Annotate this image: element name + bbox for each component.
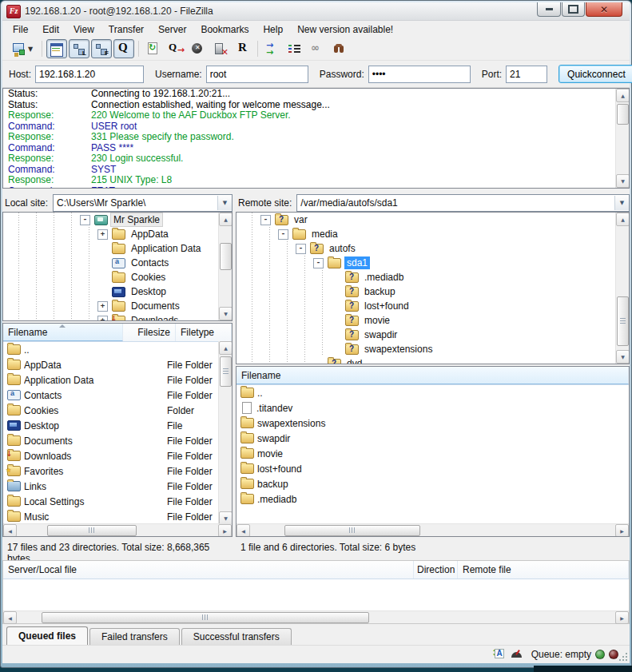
tree-item-contacts[interactable]: Contacts (3, 256, 232, 270)
disconnect-button[interactable] (210, 39, 231, 58)
tree-item-documents[interactable]: +Documents (3, 299, 232, 313)
file-row-swapextensions[interactable]: swapextensions (237, 416, 629, 431)
local-site-combo[interactable]: C:\Users\Mr Sparkle\ ▼ (53, 194, 233, 212)
file-row-backup[interactable]: backup (237, 476, 629, 491)
tree-item-downloads[interactable]: +Downloads (3, 313, 232, 321)
toggle-local-tree-button[interactable] (69, 39, 89, 58)
tree-item-swapextensions[interactable]: swapextensions (237, 342, 629, 356)
tree-item-movie[interactable]: movie (237, 313, 629, 328)
menu-server[interactable]: Server (151, 22, 193, 37)
file-row-swapdir[interactable]: swapdir (237, 431, 629, 446)
directory-comparison-button[interactable] (262, 39, 283, 58)
file-row-parent[interactable]: .. (3, 342, 220, 357)
file-row-links[interactable]: LinksFile Folder (3, 479, 220, 494)
toggle-queue-button[interactable] (113, 39, 134, 58)
local-list-hscrollbar[interactable]: ◀ ▶ (3, 523, 232, 536)
refresh-button[interactable] (143, 39, 164, 58)
collapse-icon[interactable]: - (296, 244, 306, 254)
tree-item-sda1[interactable]: -sda1 (237, 256, 629, 270)
chevron-down-icon[interactable]: ▼ (614, 196, 629, 210)
column-header-filename[interactable]: Filename (237, 367, 629, 384)
password-input[interactable] (368, 66, 471, 83)
tab-failed-transfers[interactable]: Failed transfers (89, 628, 180, 645)
column-header-server-local-file[interactable]: Server/Local file (3, 561, 414, 579)
file-row-titandev[interactable]: .titandev (237, 400, 629, 416)
file-row-cookies[interactable]: CookiesFolder (3, 403, 220, 418)
reconnect-button[interactable] (233, 39, 253, 58)
log-vscrollbar[interactable]: ▲ ▼ (615, 89, 629, 188)
cancel-button[interactable] (188, 39, 209, 58)
close-button[interactable]: ✕ (586, 2, 622, 17)
menu-file[interactable]: File (6, 22, 35, 37)
file-row-music[interactable]: MusicFile Folder (3, 509, 220, 524)
file-row-movie[interactable]: movie (237, 446, 629, 461)
file-row-parent[interactable]: .. (237, 385, 629, 400)
expand-icon[interactable]: + (97, 316, 108, 322)
menu-new-version-available[interactable]: New version available! (290, 22, 400, 37)
collapse-icon[interactable]: - (313, 258, 324, 268)
tree-item-appdata[interactable]: +AppData (3, 227, 232, 241)
file-row-application-data[interactable]: Application DataFile Folder (3, 372, 220, 388)
file-row-contacts[interactable]: ContactsFile Folder (3, 388, 220, 403)
file-row-documents[interactable]: DocumentsFile Folder (3, 433, 220, 448)
transfer-type-icon[interactable] (491, 648, 506, 661)
menu-bookmarks[interactable]: Bookmarks (193, 22, 256, 37)
tree-item-mediadb[interactable]: .mediadb (237, 270, 629, 284)
remote-list-hscrollbar[interactable]: ◀ ▶ (237, 523, 629, 536)
menu-help[interactable]: Help (256, 22, 290, 37)
resize-grip[interactable] (618, 652, 628, 662)
tree-item-autofs[interactable]: -autofs (237, 241, 629, 256)
tab-successful-transfers[interactable]: Successful transfers (181, 628, 292, 645)
file-row-mediadb[interactable]: .mediadb (237, 491, 629, 507)
remote-site-combo[interactable]: /var/media/autofs/sda1 ▼ (296, 194, 630, 212)
tree-item-dvd[interactable]: dvd (237, 356, 629, 364)
port-input[interactable] (506, 66, 547, 83)
toggle-message-log-button[interactable] (46, 39, 67, 58)
speed-limits-icon[interactable] (511, 649, 523, 660)
tree-item-backup[interactable]: backup (237, 284, 629, 299)
host-input[interactable] (35, 66, 144, 83)
process-queue-button[interactable] (165, 39, 186, 58)
tree-item-swapdir[interactable]: swapdir (237, 328, 629, 342)
collapse-icon[interactable]: - (260, 215, 271, 225)
queue-hscrollbar[interactable]: ◀ ▶ (3, 610, 629, 623)
file-row-local-settings[interactable]: Local SettingsFile Folder (3, 494, 220, 509)
expand-icon[interactable]: + (97, 229, 108, 240)
filelist-filter-button[interactable] (307, 39, 328, 58)
menu-transfer[interactable]: Transfer (101, 22, 151, 37)
synchronized-browsing-button[interactable] (284, 39, 305, 58)
quickconnect-button[interactable]: Quickconnect (558, 65, 632, 83)
file-row-downloads[interactable]: DownloadsFile Folder (3, 448, 220, 463)
column-header-remote-file[interactable]: Remote file (458, 561, 629, 579)
tree-item-media[interactable]: -media (237, 227, 629, 241)
tree-item-lost-found[interactable]: lost+found (237, 299, 629, 313)
file-row-desktop[interactable]: DesktopFile (3, 418, 220, 433)
tree-item-mr-sparkle[interactable]: -Mr Sparkle (3, 213, 232, 227)
search-button[interactable] (329, 39, 350, 58)
remote-tree-vscrollbar[interactable]: ▲ ▼ (615, 213, 629, 364)
local-tree-vscrollbar[interactable]: ▲ ▼ (218, 213, 232, 320)
toggle-remote-tree-button[interactable] (91, 39, 112, 58)
expand-icon[interactable]: + (97, 301, 108, 312)
tree-item-desktop[interactable]: Desktop (3, 284, 232, 299)
tree-item-application-data[interactable]: Application Data (3, 241, 232, 256)
site-manager-button[interactable]: ▼ (7, 39, 38, 58)
maximize-button[interactable] (562, 2, 585, 17)
menu-edit[interactable]: Edit (35, 22, 66, 37)
tree-item-cookies[interactable]: Cookies (3, 270, 232, 284)
menu-view[interactable]: View (66, 22, 101, 37)
local-list-vscrollbar[interactable]: ▲ ▼ (218, 341, 232, 525)
column-header-filesize[interactable]: Filesize (123, 324, 176, 341)
column-header-filetype[interactable]: Filetype (176, 324, 232, 341)
username-input[interactable] (206, 66, 308, 83)
tab-queued-files[interactable]: Queued files (6, 626, 88, 645)
collapse-icon[interactable]: - (278, 229, 288, 240)
chevron-down-icon[interactable]: ▼ (217, 196, 232, 210)
collapse-icon[interactable]: - (80, 215, 90, 225)
tree-item-var[interactable]: -var (237, 213, 629, 227)
file-row-lost-found[interactable]: lost+found (237, 461, 629, 476)
column-header-direction[interactable]: Direction (414, 561, 458, 579)
file-row-favorites[interactable]: FavoritesFile Folder (3, 463, 220, 479)
minimize-button[interactable] (537, 2, 561, 17)
file-row-appdata[interactable]: AppDataFile Folder (3, 357, 220, 372)
